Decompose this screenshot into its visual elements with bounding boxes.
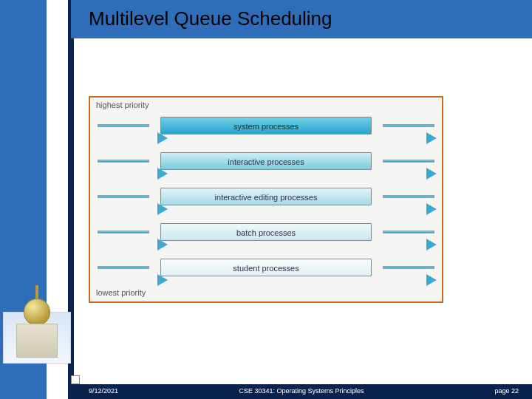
arrow-in-icon — [98, 124, 149, 127]
footer-course: CSE 30341: Operating Systems Principles — [71, 387, 532, 395]
arrow-in-icon — [98, 266, 149, 269]
arrow-out-icon — [383, 231, 434, 233]
queue-box: batch processes — [160, 223, 372, 241]
arrow-in-icon — [98, 160, 149, 163]
footer-page: page 22 — [494, 387, 519, 395]
label-highest-priority: highest priority — [96, 100, 149, 109]
slide: Multilevel Queue Scheduling highest prio… — [0, 0, 532, 399]
queue-row-5: student processes — [90, 254, 442, 282]
queue-box: system processes — [160, 117, 372, 134]
footer-bar: 9/12/2021 CSE 30341: Operating Systems P… — [71, 384, 532, 399]
arrow-out-icon — [383, 124, 434, 127]
queue-box: interactive editing processes — [160, 188, 372, 205]
arrow-in-icon — [98, 195, 149, 198]
queue-row-4: batch processes — [90, 219, 442, 247]
queue-box: interactive processes — [160, 152, 372, 170]
arrow-out-icon — [383, 266, 434, 269]
queue-row-2: interactive processes — [90, 148, 442, 176]
arrow-out-icon — [383, 195, 434, 198]
decorative-square — [71, 375, 80, 384]
arrow-out-icon — [383, 160, 434, 163]
queue-row-1: system processes — [90, 112, 442, 140]
arrow-in-icon — [98, 231, 149, 233]
queue-diagram: highest priority system processes intera… — [89, 96, 443, 303]
label-lowest-priority: lowest priority — [96, 288, 146, 297]
queue-row-3: interactive editing processes — [90, 183, 442, 211]
dome-illustration — [3, 282, 71, 371]
slide-title: Multilevel Queue Scheduling — [89, 7, 332, 30]
queue-box: student processes — [160, 259, 372, 276]
